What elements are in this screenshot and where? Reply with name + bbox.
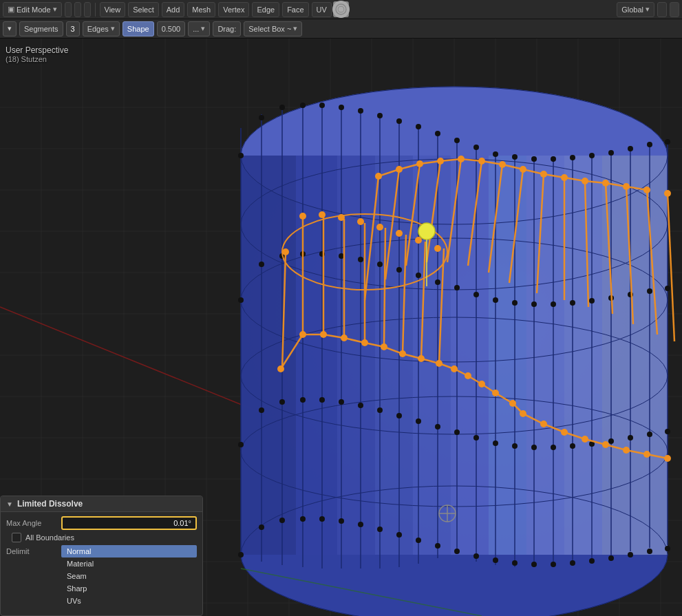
svg-point-213	[299, 213, 306, 220]
svg-point-97	[570, 155, 575, 160]
delimit-option-uvs[interactable]: UVs	[61, 595, 197, 607]
svg-point-81	[259, 115, 264, 120]
edges-dropdown[interactable]: Edges ▾	[83, 21, 120, 36]
svg-point-151	[279, 518, 285, 523]
header-bar: ▾ Segments 3 Edges ▾ Shape 0.500 ... ▾ D…	[0, 19, 682, 39]
svg-point-126	[238, 442, 244, 447]
panel-title: Limited Dissolve	[17, 499, 83, 509]
svg-point-141	[531, 445, 537, 450]
svg-point-165	[551, 562, 556, 567]
shape-button[interactable]: Shape	[122, 21, 154, 36]
panel-header[interactable]: ▼ Limited Dissolve	[1, 496, 202, 512]
svg-point-216	[357, 218, 364, 225]
svg-point-169	[628, 552, 633, 557]
delimit-list: Normal Material Seam Sharp UVs	[61, 545, 197, 607]
svg-point-218	[396, 230, 403, 237]
svg-point-135	[416, 418, 421, 424]
svg-point-164	[531, 562, 537, 567]
svg-point-239	[602, 441, 609, 448]
svg-point-224	[341, 334, 348, 341]
svg-point-228	[418, 355, 425, 362]
svg-point-154	[339, 518, 344, 524]
shape-value[interactable]: 0.500	[157, 21, 186, 36]
svg-point-130	[319, 397, 325, 403]
svg-point-94	[512, 154, 518, 160]
max-angle-input[interactable]: 0.01°	[61, 516, 197, 530]
svg-point-120	[570, 300, 575, 306]
svg-point-155	[358, 522, 363, 527]
svg-point-84	[319, 103, 325, 108]
svg-point-217	[376, 224, 383, 231]
svg-point-83	[300, 103, 306, 108]
svg-point-206	[561, 174, 568, 181]
svg-point-171	[665, 546, 670, 551]
delimit-option-material[interactable]: Material	[61, 557, 197, 570]
svg-point-110	[377, 262, 383, 267]
svg-point-222	[299, 331, 306, 338]
svg-point-152	[300, 516, 306, 522]
svg-point-243	[418, 223, 435, 240]
svg-point-114	[454, 285, 460, 290]
all-boundaries-row: All Boundaries	[6, 533, 197, 542]
svg-point-233	[492, 390, 499, 396]
svg-point-117	[512, 300, 518, 306]
delimit-option-seam[interactable]: Seam	[61, 570, 197, 582]
select-box-dropdown[interactable]: Select Box ~ ▾	[244, 21, 302, 36]
origin-marker	[439, 505, 456, 522]
all-boundaries-checkbox[interactable]	[12, 533, 21, 542]
svg-point-201	[458, 156, 465, 162]
viewport[interactable]: /* Grid lines drawn via JS below */	[0, 39, 682, 616]
delimit-option-normal[interactable]: Normal	[61, 545, 197, 557]
panel-collapse-icon: ▼	[6, 500, 13, 508]
svg-point-202	[478, 158, 485, 164]
svg-point-156	[377, 527, 383, 532]
max-angle-row: Max Angle 0.01°	[6, 516, 197, 530]
proportional-icon[interactable]	[670, 2, 679, 17]
svg-point-129	[300, 397, 306, 403]
svg-point-153	[319, 516, 325, 522]
svg-point-234	[509, 400, 516, 407]
svg-point-163	[512, 560, 518, 566]
svg-point-80	[238, 153, 244, 158]
svg-point-5	[333, 1, 349, 17]
svg-point-204	[520, 166, 526, 173]
svg-point-232	[478, 381, 485, 387]
delimit-option-sharp[interactable]: Sharp	[61, 582, 197, 595]
svg-point-168	[608, 555, 614, 561]
svg-point-229	[436, 360, 443, 367]
svg-point-198	[396, 166, 403, 173]
delimit-label: Delimit	[6, 545, 61, 555]
svg-point-221	[277, 365, 284, 372]
svg-point-91	[454, 138, 460, 143]
header-dropdown-left[interactable]: ▾	[3, 21, 17, 36]
svg-point-235	[520, 410, 526, 417]
svg-point-146	[628, 435, 633, 440]
svg-rect-47	[489, 156, 526, 555]
svg-point-160	[454, 549, 460, 554]
svg-point-89	[416, 124, 421, 129]
svg-point-133	[377, 407, 383, 413]
svg-point-139	[493, 440, 498, 446]
segments-label-item: Segments	[19, 21, 63, 36]
svg-point-225	[361, 339, 368, 346]
svg-point-127	[259, 407, 264, 413]
top-menu-bar: ▣ Edit Mode ▾ View Select Add Mesh Verte…	[0, 0, 682, 19]
max-angle-label: Max Angle	[6, 519, 61, 527]
svg-point-113	[435, 279, 440, 285]
more-button[interactable]: ... ▾	[188, 21, 210, 36]
svg-point-137	[454, 429, 460, 435]
panel-body: Max Angle 0.01° All Boundaries Delimit N…	[1, 512, 202, 613]
svg-point-231	[465, 372, 471, 379]
svg-point-226	[381, 343, 387, 350]
svg-point-109	[358, 257, 363, 262]
svg-point-161	[473, 553, 479, 559]
segments-value-item[interactable]: 3	[66, 21, 80, 36]
svg-point-142	[551, 445, 556, 450]
svg-point-207	[582, 178, 588, 184]
svg-point-162	[493, 557, 498, 563]
svg-point-96	[551, 156, 556, 162]
svg-point-140	[512, 443, 518, 449]
svg-point-98	[589, 153, 595, 158]
svg-point-124	[647, 288, 652, 294]
svg-point-104	[259, 262, 264, 267]
